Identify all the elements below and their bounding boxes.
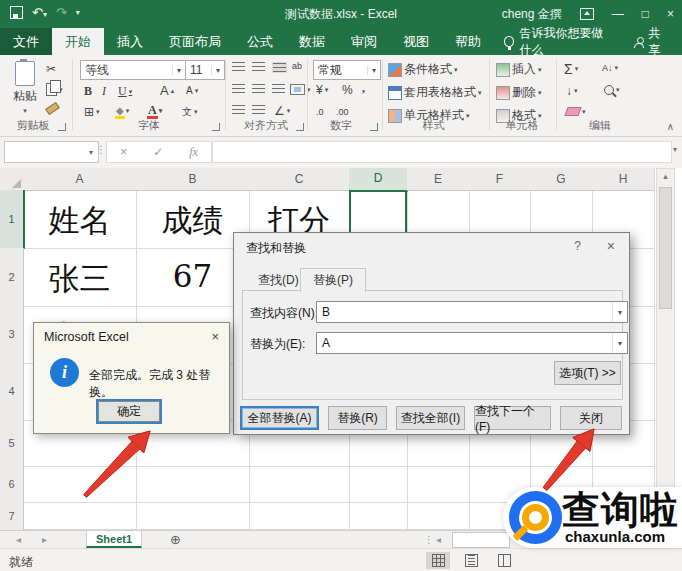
insert-cells-button[interactable]: 插入▾	[496, 61, 542, 78]
conditional-formatting-dropdown-icon[interactable]: ▾	[454, 66, 458, 74]
decrease-decimal-button[interactable]: .00	[336, 107, 349, 117]
font-color-button[interactable]: A▾	[148, 105, 162, 116]
cut-button[interactable]: ✂	[46, 62, 56, 76]
clear-dropdown-icon[interactable]: ▾	[582, 108, 586, 116]
replace-with-combo[interactable]: A▾	[316, 332, 628, 354]
cancel-entry-icon[interactable]: ×	[120, 145, 127, 159]
sheet-tab-sheet1[interactable]: Sheet1	[86, 531, 142, 548]
fill-color-button[interactable]: ◆▾	[116, 105, 129, 116]
decrease-indent-button[interactable]	[232, 105, 245, 114]
fill-dropdown-icon[interactable]: ▾	[574, 87, 578, 95]
replace-button[interactable]: 替换(R)	[328, 406, 387, 430]
fill-color-dropdown-icon[interactable]: ▾	[126, 107, 130, 115]
row-header-1[interactable]: 1	[0, 190, 25, 249]
tab-review[interactable]: 审阅	[338, 28, 390, 55]
align-center-button[interactable]	[252, 84, 265, 93]
increase-decimal-button[interactable]: .0	[316, 107, 324, 117]
expand-formula-bar-icon[interactable]: ▾	[673, 145, 677, 154]
page-layout-view-button[interactable]	[459, 552, 483, 569]
middle-align-button[interactable]	[252, 62, 265, 71]
tab-scroll-splitter[interactable]: ⋮	[424, 531, 434, 549]
tab-formulas[interactable]: 公式	[234, 28, 286, 55]
font-dialog-launcher[interactable]	[212, 123, 220, 131]
format-painter-button[interactable]	[46, 105, 59, 112]
sort-filter-button[interactable]: A↓▾	[602, 63, 618, 73]
collapse-ribbon-button[interactable]: ∧	[667, 121, 674, 132]
row-header-7[interactable]: 7	[0, 502, 24, 531]
cell-a1[interactable]: 姓名	[23, 200, 136, 242]
paste-dropdown-icon[interactable]: ▾	[23, 107, 27, 115]
font-color-dropdown-icon[interactable]: ▾	[159, 107, 163, 115]
horizontal-scroll-thumb[interactable]	[452, 532, 510, 548]
previous-sheet-icon[interactable]: ◂	[16, 531, 21, 549]
minimize-button[interactable]: —	[612, 7, 624, 21]
insert-function-icon[interactable]: fx	[189, 145, 198, 160]
percent-style-button[interactable]: %	[342, 83, 353, 97]
vertical-scrollbar[interactable]: ▴	[656, 168, 675, 532]
column-header-g[interactable]: G	[530, 168, 593, 191]
font-size-dropdown-icon[interactable]: ▾	[211, 66, 224, 75]
number-dialog-launcher[interactable]	[370, 123, 378, 131]
dialog-help-icon[interactable]: ?	[574, 239, 581, 253]
options-button[interactable]: 选项(T) >>	[554, 361, 621, 385]
shrink-font-button[interactable]: A▾	[186, 85, 198, 96]
dialog-tab-replace[interactable]: 替换(P)	[300, 268, 366, 292]
bottom-align-button[interactable]	[272, 62, 287, 73]
orientation-button[interactable]: ∠▾	[274, 104, 290, 118]
borders-button[interactable]: ⊞▾	[84, 105, 100, 119]
share-button[interactable]: 共享	[620, 28, 682, 55]
comma-style-button[interactable]: ,	[362, 81, 365, 96]
replace-with-dropdown-icon[interactable]: ▾	[612, 333, 627, 353]
delete-cells-dropdown-icon[interactable]: ▾	[538, 89, 542, 97]
column-header-d[interactable]: D	[349, 168, 408, 192]
scroll-up-icon[interactable]: ▴	[657, 169, 674, 184]
underline-button[interactable]: U▾	[118, 84, 132, 99]
row-header-2[interactable]: 2	[0, 248, 24, 307]
find-what-dropdown-icon[interactable]: ▾	[612, 302, 627, 322]
select-all-corner[interactable]	[0, 168, 24, 191]
sort-filter-dropdown-icon[interactable]: ▾	[615, 64, 619, 72]
font-name-combo[interactable]: 等线▾	[80, 60, 186, 80]
align-left-button[interactable]	[232, 84, 245, 93]
wrap-text-button[interactable]: ab	[292, 61, 302, 71]
tab-page-layout[interactable]: 页面布局	[156, 28, 234, 55]
number-format-dropdown-icon[interactable]: ▾	[367, 66, 380, 75]
column-header-c[interactable]: C	[249, 168, 350, 191]
phonetic-dropdown-icon[interactable]: ▾	[194, 108, 198, 116]
hscroll-left-icon[interactable]: ◂	[436, 531, 441, 549]
close-dialog-button[interactable]: 关闭	[560, 406, 622, 430]
italic-button[interactable]: I	[102, 84, 106, 99]
align-right-button[interactable]	[272, 84, 285, 93]
conditional-formatting-button[interactable]: 条件格式▾	[388, 61, 458, 78]
tab-view[interactable]: 视图	[390, 28, 442, 55]
find-next-button[interactable]: 查找下一个(F)	[474, 406, 551, 430]
name-box[interactable]: ▾	[4, 141, 99, 163]
copy-button[interactable]: ▾	[46, 83, 63, 96]
accounting-format-button[interactable]: ¥▾	[316, 83, 328, 97]
namebox-splitter[interactable]: ⋮	[96, 144, 106, 155]
ok-button[interactable]: 确定	[96, 399, 162, 424]
find-what-combo[interactable]: B▾	[316, 301, 628, 323]
insert-cells-dropdown-icon[interactable]: ▾	[538, 66, 542, 74]
row-header-3[interactable]: 3	[0, 306, 24, 364]
ribbon-display-options-icon[interactable]	[580, 8, 594, 20]
vertical-scroll-thumb[interactable]	[659, 187, 672, 309]
column-header-f[interactable]: F	[469, 168, 531, 191]
column-header-e[interactable]: E	[407, 168, 470, 191]
top-align-button[interactable]	[232, 62, 245, 71]
message-box-close-icon[interactable]: ×	[211, 329, 219, 344]
autosum-dropdown-icon[interactable]: ▾	[575, 65, 579, 73]
next-sheet-icon[interactable]: ▸	[42, 531, 47, 549]
fill-button[interactable]: ↓▾	[566, 84, 578, 98]
autosum-button[interactable]: Σ▾	[564, 61, 578, 77]
tab-help[interactable]: 帮助	[442, 28, 494, 55]
close-button[interactable]: ×	[667, 7, 674, 21]
maximize-button[interactable]: □	[642, 7, 649, 21]
find-dropdown-icon[interactable]: ▾	[616, 86, 620, 94]
find-all-button[interactable]: 查找全部(I)	[396, 406, 465, 430]
replace-all-button[interactable]: 全部替换(A)	[240, 406, 319, 430]
borders-dropdown-icon[interactable]: ▾	[96, 108, 100, 116]
row-header-6[interactable]: 6	[0, 466, 24, 503]
column-header-h[interactable]: H	[592, 168, 655, 191]
font-size-combo[interactable]: 11▾	[185, 60, 225, 80]
